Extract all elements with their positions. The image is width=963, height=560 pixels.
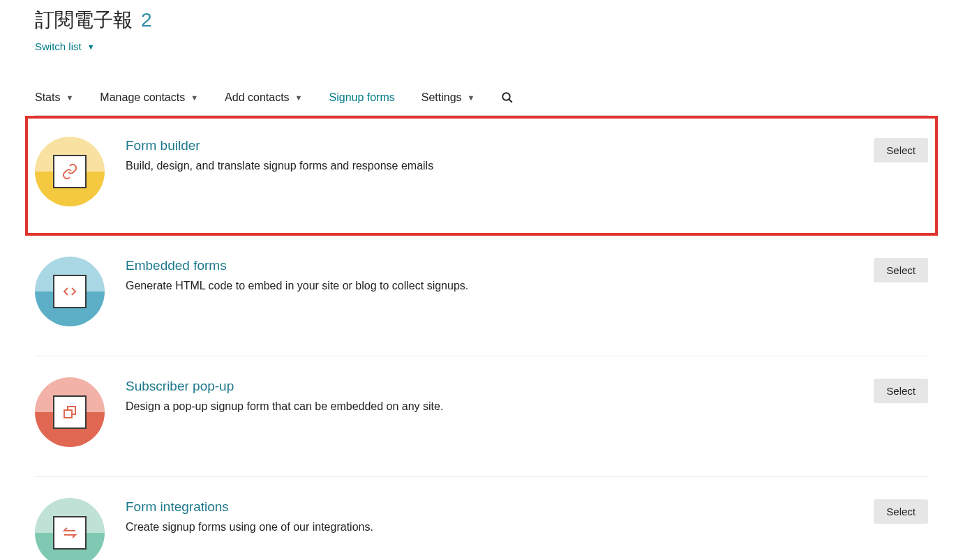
card-body: Form builder Build, design, and translat…: [126, 137, 853, 174]
code-icon: [61, 283, 78, 300]
switch-list-label: Switch list: [35, 40, 82, 52]
form-integrations-icon: [35, 498, 105, 560]
svg-rect-2: [64, 410, 72, 418]
tab-label: Stats: [35, 91, 60, 104]
select-button[interactable]: Select: [874, 258, 928, 282]
form-builder-icon: [35, 137, 105, 206]
select-button[interactable]: Select: [874, 379, 928, 403]
select-button[interactable]: Select: [874, 499, 928, 524]
form-builder-card: Form builder Build, design, and translat…: [25, 116, 938, 236]
card-title[interactable]: Subscriber pop-up: [126, 379, 853, 394]
tab-label: Signup forms: [329, 91, 395, 104]
card-title[interactable]: Form integrations: [126, 499, 853, 515]
chevron-down-icon: ▼: [295, 93, 303, 102]
card-title[interactable]: Embedded forms: [126, 258, 853, 273]
tab-add-contacts[interactable]: Add contacts ▼: [225, 91, 302, 104]
card-body: Embedded forms Generate HTML code to emb…: [126, 257, 853, 294]
search-icon[interactable]: [501, 91, 514, 104]
tab-label: Add contacts: [225, 91, 290, 104]
chevron-down-icon: ▼: [191, 93, 198, 102]
chevron-down-icon: ▼: [87, 43, 95, 51]
card-description: Generate HTML code to embed in your site…: [126, 278, 853, 294]
card-description: Design a pop-up signup form that can be …: [126, 398, 853, 415]
card-description: Build, design, and translate signup form…: [126, 158, 853, 174]
card-description: Create signup forms using one of our int…: [126, 519, 853, 536]
card-title[interactable]: Form builder: [126, 138, 853, 153]
page-header: 訂閱電子報 2 Switch list ▼: [35, 7, 928, 53]
tab-label: Manage contacts: [100, 91, 185, 104]
page-title: 訂閱電子報: [35, 7, 133, 33]
svg-line-1: [509, 99, 513, 103]
tab-manage-contacts[interactable]: Manage contacts ▼: [100, 91, 198, 104]
switch-list-dropdown[interactable]: Switch list ▼: [35, 40, 95, 52]
card-body: Form integrations Create signup forms us…: [126, 498, 853, 536]
link-icon: [61, 163, 78, 180]
tab-settings[interactable]: Settings ▼: [421, 91, 475, 104]
embedded-forms-card: Embedded forms Generate HTML code to emb…: [35, 236, 928, 356]
swap-icon: [61, 524, 78, 541]
svg-point-0: [503, 93, 511, 100]
tab-label: Settings: [421, 91, 462, 104]
subscriber-popup-icon: [35, 377, 105, 447]
subscriber-popup-card: Subscriber pop-up Design a pop-up signup…: [35, 356, 928, 477]
form-integrations-card: Form integrations Create signup forms us…: [35, 477, 928, 560]
card-body: Subscriber pop-up Design a pop-up signup…: [126, 377, 853, 415]
select-button[interactable]: Select: [874, 138, 928, 162]
tabs-nav: Stats ▼ Manage contacts ▼ Add contacts ▼…: [35, 91, 928, 116]
chevron-down-icon: ▼: [66, 93, 73, 102]
title-row: 訂閱電子報 2: [35, 7, 928, 33]
chevron-down-icon: ▼: [468, 93, 475, 102]
tab-stats[interactable]: Stats ▼: [35, 91, 73, 104]
embedded-forms-icon: [35, 257, 105, 326]
popup-icon: [61, 404, 78, 421]
contact-count: 2: [141, 9, 152, 31]
tab-signup-forms[interactable]: Signup forms: [329, 91, 395, 104]
